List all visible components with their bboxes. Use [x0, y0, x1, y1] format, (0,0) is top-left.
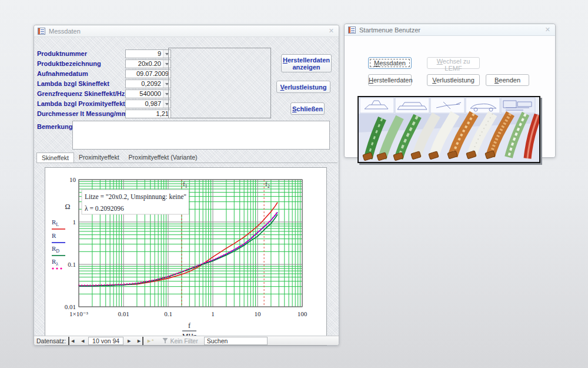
filter-status[interactable]: Kein Filter — [162, 337, 198, 344]
produktnummer-combo[interactable]: 9 — [125, 49, 171, 58]
verlustleistung-button[interactable]: Verlustleistung — [276, 81, 330, 93]
startmenue-window-title: Startmenue Benutzer — [359, 26, 542, 34]
svg-text:RL: RL — [52, 218, 59, 227]
messdaten-form-body: Produktnummer 9 Produktbezeichnung 20x0.… — [34, 37, 339, 336]
bemerkung-textarea[interactable] — [72, 121, 330, 150]
form-icon — [348, 26, 356, 34]
svg-text:0.1: 0.1 — [164, 310, 172, 317]
lambda-proximity-value: 0,987 — [126, 100, 163, 108]
search-input[interactable] — [204, 337, 268, 345]
new-record-button[interactable]: ►* — [145, 337, 155, 345]
produktnummer-label: Produktnummer — [37, 49, 125, 58]
produktbezeichnung-label: Produktbezeichnung — [37, 59, 125, 68]
lambda-proximity-label: Lambda bzgl Proximityeffekt — [37, 100, 125, 108]
svg-text:f: f — [188, 321, 191, 330]
form-icon — [38, 28, 45, 35]
aufnahmedatum-input[interactable]: 09.07.2009 — [125, 69, 171, 78]
close-icon[interactable]: ✕ — [545, 26, 550, 34]
skineffekt-chart: f1f2Litze = "20x0.2, Umspinnung: keine"λ… — [45, 168, 326, 345]
lambda-skineffekt-label: Lambda bzgl Skineffekt — [37, 79, 125, 88]
image-frame — [168, 48, 271, 118]
produktnummer-value: 9 — [126, 50, 163, 58]
filter-icon — [162, 338, 168, 343]
lambda-skineffekt-value: 0,2092 — [126, 80, 163, 88]
beenden-button[interactable]: Beenden — [486, 74, 529, 86]
messdaten-button[interactable]: Messdaten — [368, 57, 412, 69]
datensatz-label: Datensatz: — [36, 337, 66, 344]
tab-proximityeffekt[interactable]: Proximityeffekt — [74, 152, 124, 163]
durchmesser-value: 1,21 — [126, 110, 171, 118]
lambda-proximity-combo[interactable]: 0,987 — [125, 100, 171, 108]
close-icon[interactable]: ✕ — [329, 27, 334, 35]
produktbezeichnung-combo[interactable]: 20x0.20 — [125, 59, 171, 68]
skineffekt-chart-panel: f1f2Litze = "20x0.2, Umspinnung: keine"λ… — [45, 167, 327, 346]
svg-text:Rλ: Rλ — [52, 258, 58, 267]
svg-text:0.01: 0.01 — [65, 303, 76, 310]
first-record-button[interactable]: ◄ — [68, 337, 77, 345]
messdaten-window-title: Messdaten — [49, 28, 325, 35]
startmenue-window: Startmenue Benutzer ✕ Messdaten Wechsel … — [344, 24, 556, 158]
bemerkung-label: Bemerkung — [37, 123, 73, 130]
startmenue-titlebar[interactable]: Startmenue Benutzer ✕ — [345, 24, 555, 36]
durchmesser-label: Durchmesser lt Messung/mm — [37, 110, 125, 118]
svg-text:0.01: 0.01 — [118, 310, 129, 317]
produktbezeichnung-value: 20x0.20 — [126, 60, 163, 68]
grenzfrequenz-value: 540000 — [126, 90, 163, 98]
svg-text:Ω: Ω — [65, 203, 71, 211]
previous-record-button[interactable]: ◄ — [78, 337, 87, 345]
herstellerdaten-anzeigen-button[interactable]: Herstellerdaten anzeigen — [281, 54, 332, 72]
lambda-skineffekt-combo[interactable]: 0,2092 — [125, 79, 171, 88]
tab-skineffekt[interactable]: Skineffekt — [36, 152, 74, 163]
svg-text:Litze = "20x0.2, Umspinnung: k: Litze = "20x0.2, Umspinnung: keine" — [85, 193, 186, 201]
verlustleistung-button-start[interactable]: Verlustleistung — [427, 74, 480, 86]
record-statusbar: Datensatz: ◄ ◄ 10 von 94 ► ► ►* Kein Fil… — [34, 336, 339, 345]
svg-text:1×10⁻³: 1×10⁻³ — [69, 310, 89, 317]
wechsel-zu-lemf-button[interactable]: Wechsel zu LEMF — [427, 57, 480, 69]
svg-text:10: 10 — [255, 310, 262, 317]
messdaten-titlebar[interactable]: Messdaten ✕ — [34, 25, 339, 37]
filter-label: Kein Filter — [170, 337, 198, 344]
svg-text:10: 10 — [69, 176, 76, 183]
last-record-button[interactable]: ► — [135, 337, 143, 345]
svg-text:RD: RD — [52, 245, 59, 254]
startmenue-body: Messdaten Wechsel zu LEMF Herstellerdate… — [345, 36, 555, 157]
herstellerdaten-button[interactable]: Herstellerdaten — [368, 74, 412, 86]
svg-text:1: 1 — [73, 218, 76, 226]
durchmesser-input[interactable]: 1,21 — [125, 110, 171, 118]
svg-text:100: 100 — [298, 310, 308, 317]
schliessen-button[interactable]: Schließen — [290, 102, 325, 115]
grenzfrequenz-label: Grenzfrequenz Skineffekt/Hz — [37, 89, 125, 98]
svg-text:λ = 0.2092096: λ = 0.2092096 — [85, 205, 124, 212]
aufnahmedatum-label: Aufnahmedatum — [37, 69, 125, 78]
grenzfrequenz-combo[interactable]: 540000 — [125, 89, 171, 98]
svg-text:0.1: 0.1 — [68, 261, 76, 268]
aufnahmedatum-value: 09.07.2009 — [126, 70, 171, 78]
cable-collage-image — [358, 96, 540, 163]
svg-text:1: 1 — [211, 310, 215, 317]
record-position: 10 von 94 — [88, 337, 123, 345]
svg-text:R: R — [52, 232, 56, 239]
tabstrip: Skineffekt Proximityeffekt Proximityeffe… — [36, 153, 338, 163]
next-record-button[interactable]: ► — [125, 337, 133, 345]
tab-proximityeffekt-variante[interactable]: Proximityeffekt (Variante) — [124, 152, 202, 163]
messdaten-window: Messdaten ✕ Produktnummer 9 Produktbezei… — [34, 25, 339, 346]
